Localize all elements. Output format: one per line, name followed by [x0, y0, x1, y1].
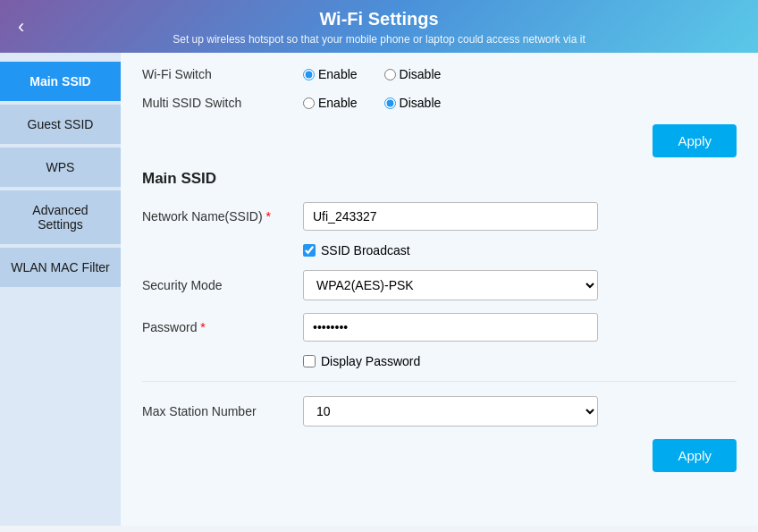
wifi-enable-label: Enable: [318, 67, 358, 81]
page-subtitle: Set up wireless hotspot so that your mob…: [0, 33, 758, 46]
ssid-broadcast-row: SSID Broadcast: [303, 243, 737, 258]
wifi-disable-option[interactable]: Disable: [384, 67, 442, 81]
max-station-row: Max Station Number 10 5 15 20 25: [142, 396, 737, 426]
max-station-select[interactable]: 10 5 15 20 25: [303, 396, 598, 426]
wifi-enable-radio[interactable]: [303, 69, 315, 80]
multi-ssid-disable-option[interactable]: Disable: [384, 96, 442, 110]
sidebar-item-main-ssid[interactable]: Main SSID: [0, 62, 121, 101]
ssid-broadcast-label: SSID Broadcast: [321, 243, 410, 258]
password-required: *: [200, 320, 205, 334]
display-password-label: Display Password: [321, 354, 420, 368]
wifi-disable-radio[interactable]: [384, 69, 396, 80]
header: ‹ Wi-Fi Settings Set up wireless hotspot…: [0, 0, 758, 53]
display-password-row: Display Password: [303, 354, 737, 368]
main-ssid-section-title: Main SSID: [142, 170, 737, 188]
network-name-required: *: [265, 209, 270, 224]
sidebar-item-advanced-settings[interactable]: Advanced Settings: [0, 190, 121, 244]
sidebar-item-guest-ssid[interactable]: Guest SSID: [0, 105, 121, 144]
main-layout: Main SSID Guest SSID WPS Advanced Settin…: [0, 53, 758, 526]
multi-ssid-radio-group: Enable Disable: [303, 96, 441, 110]
password-label: Password *: [142, 320, 303, 334]
sidebar-item-wlan-mac-filter[interactable]: WLAN MAC Filter: [0, 248, 121, 287]
apply-bottom-button[interactable]: Apply: [653, 439, 737, 472]
wifi-switch-row: Wi-Fi Switch Enable Disable: [142, 67, 737, 81]
password-row: Password *: [142, 313, 737, 342]
security-mode-label: Security Mode: [142, 278, 303, 292]
sidebar-item-wps[interactable]: WPS: [0, 148, 121, 187]
network-name-label: Network Name(SSID) *: [142, 209, 303, 224]
security-mode-select[interactable]: WPA2(AES)-PSK WPA-PSK WPA/WPA2-PSK None: [303, 270, 598, 300]
max-station-label: Max Station Number: [142, 404, 303, 418]
wifi-enable-option[interactable]: Enable: [303, 67, 358, 81]
multi-ssid-switch-row: Multi SSID Switch Enable Disable: [142, 96, 737, 110]
multi-ssid-disable-label: Disable: [400, 96, 442, 110]
wifi-disable-label: Disable: [400, 67, 442, 81]
ssid-broadcast-checkbox[interactable]: [303, 244, 316, 257]
network-name-row: Network Name(SSID) *: [142, 202, 737, 231]
sidebar: Main SSID Guest SSID WPS Advanced Settin…: [0, 53, 121, 526]
page-title: Wi-Fi Settings: [0, 9, 758, 30]
multi-ssid-disable-radio[interactable]: [384, 97, 396, 109]
apply-bottom-row: Apply: [142, 439, 737, 472]
apply-top-row: Apply: [142, 124, 737, 157]
network-name-input[interactable]: [303, 202, 598, 231]
wifi-switch-radio-group: Enable Disable: [303, 67, 441, 81]
content-area: Wi-Fi Switch Enable Disable Multi SSID S…: [121, 53, 758, 526]
section-divider: [142, 381, 737, 382]
apply-top-button[interactable]: Apply: [653, 124, 737, 157]
password-input[interactable]: [303, 313, 598, 342]
multi-ssid-label: Multi SSID Switch: [142, 96, 303, 110]
wifi-switch-label: Wi-Fi Switch: [142, 67, 303, 81]
display-password-checkbox[interactable]: [303, 355, 316, 367]
multi-ssid-enable-label: Enable: [318, 96, 358, 110]
multi-ssid-enable-option[interactable]: Enable: [303, 96, 358, 110]
security-mode-row: Security Mode WPA2(AES)-PSK WPA-PSK WPA/…: [142, 270, 737, 300]
multi-ssid-enable-radio[interactable]: [303, 97, 315, 109]
